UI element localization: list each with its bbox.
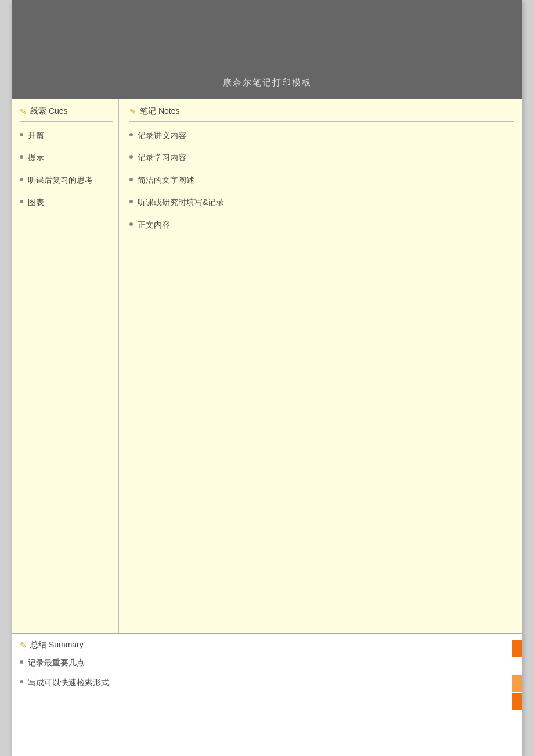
notes-header-label: 笔记 Notes — [140, 106, 179, 117]
stripe-2 — [512, 658, 522, 675]
list-item: 正文内容 — [129, 218, 514, 231]
bullet-dot — [20, 200, 23, 203]
bullet-dot — [20, 660, 23, 664]
list-item: 简洁的文字阐述 — [129, 174, 514, 186]
bullet-dot — [20, 155, 23, 159]
bullet-dot — [129, 200, 133, 203]
list-item: 记录讲义内容 — [129, 129, 514, 142]
notes-column: ✎ 笔记 Notes 记录讲义内容 记录学习内容 简洁的文字阐述 — [119, 99, 522, 633]
notes-list: 记录讲义内容 记录学习内容 简洁的文字阐述 听课或研究时填写&记录 正文内容 — [129, 129, 514, 231]
notes-icon: ✎ — [129, 107, 136, 116]
stripe-4 — [512, 693, 522, 710]
bullet-dot — [20, 133, 23, 136]
header-title: 康奈尔笔记打印模板 — [223, 77, 312, 88]
cues-header: ✎ 线索 Cues — [20, 106, 113, 122]
cues-column: ✎ 线索 Cues 开篇 提示 听课后复习的思考 图表 — [12, 99, 119, 633]
bullet-dot — [129, 155, 133, 159]
page-wrapper: 康奈尔笔记打印模板 ✎ 线索 Cues 开篇 提示 听课后复习的思考 — [12, 0, 522, 756]
summary-section: ✎ 总结 Summary 记录最重要几点 写成可以快速检索形式 — [12, 633, 522, 703]
list-item: 开篇 — [20, 129, 113, 142]
cues-icon: ✎ — [20, 107, 27, 116]
summary-header: ✎ 总结 Summary — [20, 640, 514, 650]
content-area: ✎ 线索 Cues 开篇 提示 听课后复习的思考 图表 — [12, 99, 522, 633]
bullet-dot — [20, 680, 23, 683]
list-item: 记录最重要几点 — [20, 656, 514, 669]
bullet-dot — [20, 178, 23, 181]
bullet-dot — [129, 178, 133, 181]
summary-header-label: 总结 Summary — [30, 640, 84, 650]
cues-header-label: 线索 Cues — [30, 106, 68, 117]
list-item: 听课后复习的思考 — [20, 174, 113, 186]
list-item: 听课或研究时填写&记录 — [129, 196, 514, 208]
summary-list: 记录最重要几点 写成可以快速检索形式 — [20, 656, 514, 689]
orange-stripes-decoration — [512, 640, 522, 710]
list-item: 图表 — [20, 196, 113, 208]
list-item: 记录学习内容 — [129, 151, 514, 164]
cues-list: 开篇 提示 听课后复习的思考 图表 — [20, 129, 113, 209]
summary-icon: ✎ — [20, 640, 27, 650]
stripe-3 — [512, 675, 522, 692]
list-item: 写成可以快速检索形式 — [20, 676, 514, 689]
bullet-dot — [129, 133, 133, 136]
notes-header: ✎ 笔记 Notes — [129, 106, 514, 122]
stripe-1 — [512, 640, 522, 657]
header-area: 康奈尔笔记打印模板 — [12, 0, 522, 99]
list-item: 提示 — [20, 151, 113, 164]
bullet-dot — [129, 222, 133, 226]
